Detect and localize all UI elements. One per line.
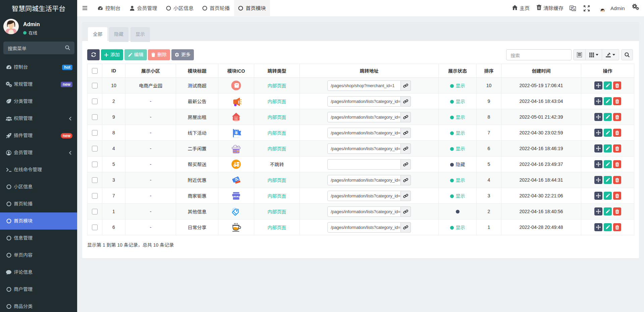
svg-text:A: A [573,8,575,11]
svg-text:二手: 二手 [233,149,239,153]
svg-text:租: 租 [235,117,237,120]
